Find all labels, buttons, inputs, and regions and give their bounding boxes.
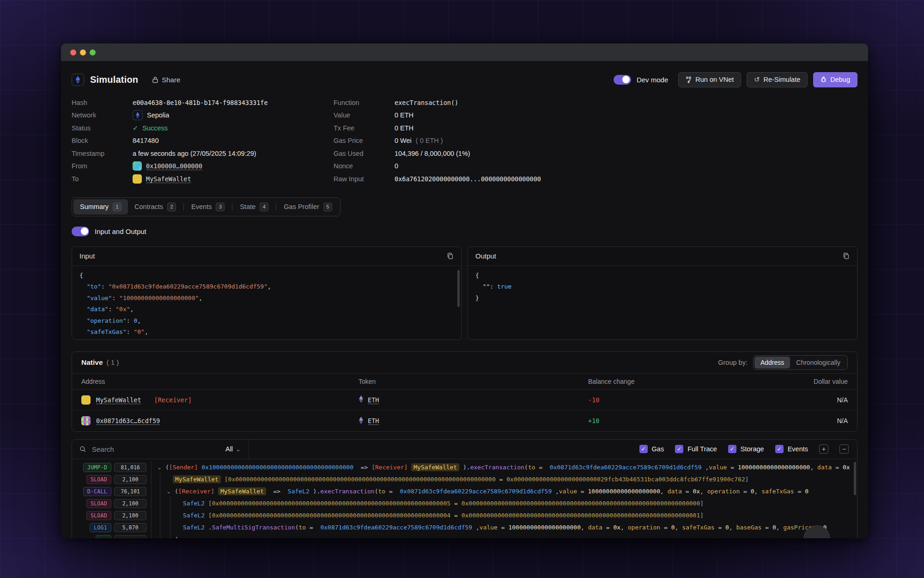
- detail-value: MySafeWallet: [133, 174, 191, 184]
- minimize-window-button[interactable]: [80, 49, 86, 55]
- share-button[interactable]: Share: [152, 76, 180, 84]
- address-link[interactable]: MySafeWallet: [96, 396, 141, 404]
- native-balance-panel: Native ( 1 ) Group by: AddressChronologi…: [72, 351, 857, 432]
- native-table-header: Address Token Balance change Dollar valu…: [72, 373, 857, 390]
- avatar: [81, 416, 91, 425]
- tab-label: Contracts: [134, 203, 163, 210]
- tab-gas-profiler[interactable]: Gas Profiler5: [277, 199, 339, 215]
- close-window-button[interactable]: [70, 49, 76, 55]
- dev-mode-toggle[interactable]: [614, 75, 631, 85]
- opcode-badge: [96, 535, 111, 539]
- detail-row: Status✓Success: [72, 122, 334, 135]
- address-cell: 0x0871d63c…6cdf59: [81, 416, 359, 425]
- tree-guide: [160, 472, 160, 539]
- opcode-badge: JUMP·D: [83, 463, 111, 472]
- token-link[interactable]: ETH: [368, 396, 379, 404]
- code-line: {: [475, 270, 850, 282]
- detail-row: Hashe00a4638-8e10-481b-b174-f988343331fe: [72, 96, 334, 109]
- group-by-label: Group by:: [718, 359, 748, 366]
- detail-label: Network: [72, 111, 133, 119]
- trace-scrollbar[interactable]: [854, 462, 856, 495]
- trace-gutter: LOG15,870: [72, 522, 152, 534]
- address-link[interactable]: 0x100000…000000: [146, 162, 202, 170]
- copy-input-button[interactable]: [447, 252, 454, 259]
- address-link[interactable]: 0x0871d63c…6cdf59: [96, 417, 160, 424]
- detail-label: To: [72, 175, 133, 183]
- debug-button[interactable]: Debug: [813, 72, 857, 87]
- token-link[interactable]: ETH: [368, 417, 379, 424]
- balance-change: -10: [588, 396, 788, 404]
- collapse-all-button[interactable]: −: [839, 444, 849, 454]
- network-name: Sepolia: [147, 111, 169, 119]
- summary-tabs: Summary1Contracts2Events3State4Gas Profi…: [72, 197, 340, 216]
- detail-value-text: 0 Wei: [395, 137, 412, 144]
- run-on-vnet-button[interactable]: Run on VNet: [678, 72, 741, 87]
- detail-row: Nonce0: [334, 160, 541, 173]
- detail-value: 0 Wei ( 0 ETH ): [395, 137, 443, 144]
- table-row: 0x0871d63c…6cdf59ETH+10N/A: [72, 411, 857, 431]
- detail-label: Nonce: [334, 162, 395, 170]
- detail-value: 104,396 / 8,000,000 (1%): [395, 150, 470, 157]
- detail-row: Gas Price0 Wei ( 0 ETH ): [334, 135, 541, 148]
- tab-state[interactable]: State4: [233, 199, 275, 215]
- trace-row[interactable]: SLOAD2,100SafeL2 [0x00000000000000000000…: [72, 510, 857, 522]
- detail-label: Tx Fee: [334, 124, 395, 132]
- input-scrollbar[interactable]: [457, 270, 460, 307]
- check-icon: ✓: [133, 124, 138, 132]
- opcode-badge: D·CALL: [83, 487, 111, 496]
- copy-output-button[interactable]: [843, 252, 850, 259]
- trace-search[interactable]: Search All ⌄: [72, 440, 249, 459]
- checkbox-checked-icon: ✓: [675, 445, 683, 453]
- dollar-value: N/A: [788, 396, 848, 404]
- detail-label: From: [72, 162, 133, 170]
- search-scope-dropdown[interactable]: All ⌄: [225, 445, 241, 453]
- filter-checkbox-storage[interactable]: ✓Storage: [728, 445, 764, 453]
- filter-checkbox-gas[interactable]: ✓Gas: [639, 445, 664, 453]
- trace-gutter: D·CALL76,101: [72, 486, 152, 498]
- trace-row[interactable]: D·CALL76,101⌄([Receiver] MySafeWallet =>…: [72, 486, 857, 498]
- tab-contracts[interactable]: Contracts2: [128, 199, 182, 215]
- expand-all-button[interactable]: +: [819, 444, 828, 454]
- detail-label: Gas Price: [334, 137, 395, 144]
- filter-checkbox-events[interactable]: ✓Events: [775, 445, 808, 453]
- tab-events[interactable]: Events3: [185, 199, 231, 215]
- detail-label: Function: [334, 99, 395, 106]
- chevron-down-icon[interactable]: ⌄: [157, 464, 165, 471]
- trace-row[interactable]: SLOAD2,100MySafeWallet [0x00000000000000…: [72, 473, 857, 486]
- fork-icon: [686, 76, 692, 83]
- input-output-label: Input and Output: [95, 228, 146, 235]
- detail-label: Value: [334, 111, 395, 119]
- detail-value-sub: ( 0 ETH ): [416, 137, 443, 144]
- tab-summary[interactable]: Summary1: [73, 199, 128, 215]
- input-output-toggle[interactable]: [72, 227, 89, 236]
- code-line: }: [475, 293, 850, 304]
- opcode-badge: LOG1: [90, 523, 111, 532]
- tab-shortcut-badge: 2: [167, 203, 176, 211]
- trace-row[interactable]: JUMP·D81,016⌄([Sender] 0x100000000000000…: [72, 461, 857, 473]
- resimulate-button[interactable]: ↺ Re-Simulate: [747, 72, 808, 87]
- detail-label: Timestamp: [72, 150, 133, 157]
- receiver-tag: [Receiver]: [154, 396, 192, 404]
- filter-checkbox-full-trace[interactable]: ✓Full Trace: [675, 445, 717, 453]
- chevron-down-icon[interactable]: ⌄: [166, 488, 175, 495]
- trace-row[interactable]: ⌄(: [72, 534, 857, 539]
- address-link[interactable]: MySafeWallet: [146, 175, 191, 183]
- filter-label: Full Trace: [687, 445, 717, 453]
- group-by-option-address[interactable]: Address: [754, 357, 790, 369]
- gas-cost: [114, 535, 146, 539]
- tab-label: Gas Profiler: [284, 203, 319, 210]
- code-line: {: [79, 270, 454, 282]
- trace-row[interactable]: LOG15,870SafeL2 .SafeMultiSigTransaction…: [72, 522, 857, 534]
- gas-cost: 2,100: [114, 475, 146, 484]
- group-by-segmented-control: AddressChronologically: [753, 355, 848, 370]
- trace-gutter: SLOAD2,100: [72, 473, 152, 486]
- maximize-window-button[interactable]: [90, 49, 96, 55]
- tx-details-right: FunctionexecTransaction()Value0 ETHTx Fe…: [334, 96, 541, 185]
- group-by-option-chronologically[interactable]: Chronologically: [790, 357, 846, 369]
- tab-shortcut-badge: 4: [260, 203, 268, 211]
- trace-row[interactable]: SLOAD2,100SafeL2 [0x00000000000000000000…: [72, 498, 857, 510]
- chevron-down-icon[interactable]: ⌄: [166, 536, 175, 539]
- trace-gutter: SLOAD2,100: [72, 510, 152, 522]
- tx-details-left: Hashe00a4638-8e10-481b-b174-f988343331fe…: [72, 96, 334, 185]
- simulation-logo-icon: [72, 74, 84, 86]
